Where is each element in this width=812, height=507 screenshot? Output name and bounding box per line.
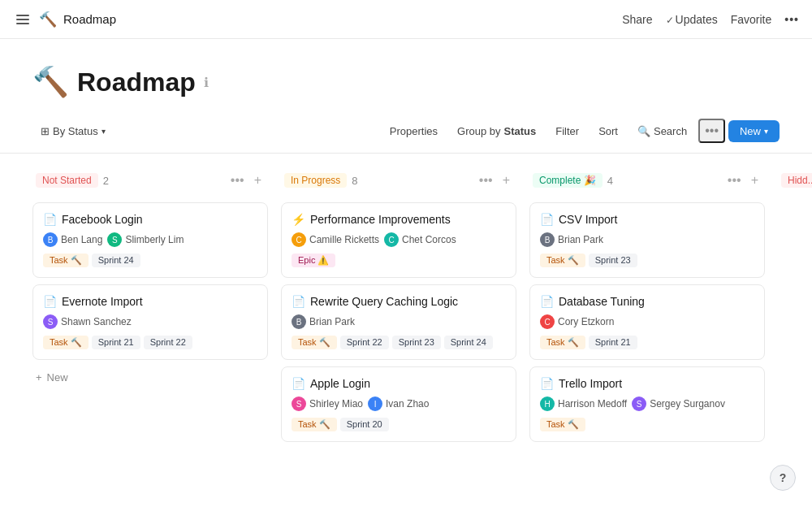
card-tag: Sprint 23 [589, 254, 637, 267]
avatar: B [43, 232, 58, 247]
check-icon: ✓ [666, 15, 674, 26]
card-title: 📄Trello Import [540, 377, 754, 390]
avatar: S [292, 396, 306, 411]
assignee-name: Camille Ricketts [309, 234, 379, 245]
assignee: SSlimberly Lim [107, 232, 184, 247]
card-title-text: Trello Import [559, 377, 622, 390]
card-tag: Task 🔨 [43, 254, 89, 267]
top-nav: 🔨 Roadmap Share ✓Updates Favorite ••• [0, 0, 812, 39]
card-tags: Epic ⚠️ [292, 254, 506, 267]
card-title: 📄Database Tuning [540, 295, 754, 308]
card-not-started-0[interactable]: 📄Facebook LoginBBen LangSSlimberly LimTa… [32, 202, 268, 278]
search-button[interactable]: 🔍 Search [629, 121, 695, 141]
assignee: CChet Corcos [384, 232, 456, 247]
column-add-button-not-started[interactable]: + [251, 171, 265, 189]
assignee-name: Ben Lang [61, 234, 102, 245]
card-doc-icon: 📄 [540, 213, 554, 226]
card-title: 📄Rewrite Query Caching Logic [292, 295, 506, 308]
more-options-button[interactable]: ••• [784, 13, 799, 26]
sort-button[interactable]: Sort [590, 121, 626, 141]
assignee: IIvan Zhao [368, 396, 429, 411]
card-complete-1[interactable]: 📄Database TuningCCory EtzkornTask 🔨Sprin… [529, 284, 765, 360]
status-badge-not-started: Not Started [36, 173, 98, 188]
assignee: SSergey Surganov [632, 396, 725, 411]
card-in-progress-1[interactable]: 📄Rewrite Query Caching LogicBBrian ParkT… [281, 284, 516, 360]
card-assignees: CCory Etzkorn [540, 314, 754, 329]
card-tag: Task 🔨 [43, 336, 89, 349]
toolbar-more-button[interactable]: ••• [698, 119, 725, 143]
toolbar: ⊞ By Status ▾ Properties Group by Status… [0, 112, 812, 154]
card-in-progress-0[interactable]: ⚡Performance ImprovementsCCamille Ricket… [281, 202, 516, 278]
card-title-text: Facebook Login [62, 213, 143, 226]
assignee-name: Brian Park [558, 234, 603, 245]
column-add-button-complete[interactable]: + [748, 171, 762, 189]
card-in-progress-2[interactable]: 📄Apple LoginSShirley MiaoIIvan ZhaoTask … [281, 366, 516, 442]
new-button[interactable]: New ▾ [728, 120, 780, 142]
assignee-name: Sergey Surganov [650, 398, 725, 410]
properties-button[interactable]: Properties [382, 121, 446, 141]
column-more-button-not-started[interactable]: ••• [227, 171, 248, 189]
card-tag: Sprint 20 [340, 418, 389, 431]
column-header-complete: Complete 🎉4•••+ [529, 167, 765, 194]
column-actions-not-started: •••+ [227, 171, 265, 189]
assignee-name: Harrison Medoff [558, 398, 627, 410]
card-assignees: BBrian Park [292, 314, 506, 329]
card-title: ⚡Performance Improvements [292, 213, 506, 226]
group-by-button[interactable]: Group by Status [449, 121, 544, 141]
favorite-button[interactable]: Favorite [731, 13, 772, 26]
assignee: SShawn Sanchez [43, 314, 132, 329]
card-not-started-1[interactable]: 📄Evernote ImportSShawn SanchezTask 🔨Spri… [32, 284, 268, 360]
board: Not Started2•••+📄Facebook LoginBBen Lang… [0, 154, 812, 507]
card-complete-2[interactable]: 📄Trello ImportHHarrison MedoffSSergey Su… [529, 366, 765, 442]
card-doc-icon: 📄 [540, 377, 554, 390]
page-header: 🔨 Roadmap ℹ [0, 39, 812, 112]
avatar: S [107, 232, 122, 247]
info-icon[interactable]: ℹ [204, 75, 209, 90]
assignee: HHarrison Medoff [540, 396, 627, 411]
card-tag: Task 🔨 [540, 254, 585, 267]
column-add-button-in-progress[interactable]: + [499, 171, 513, 189]
page-icon: 🔨 [32, 65, 69, 99]
card-assignees: SShawn Sanchez [43, 314, 257, 329]
status-badge-hidden: Hidd... [781, 173, 812, 188]
grid-icon: ⊞ [41, 125, 50, 137]
by-status-button[interactable]: ⊞ By Status ▾ [32, 121, 114, 141]
column-not-started: Not Started2•••+📄Facebook LoginBBen Lang… [32, 167, 268, 507]
card-tag: Sprint 21 [92, 336, 140, 349]
assignee-name: Cory Etzkorn [558, 316, 614, 327]
card-tags: Task 🔨Sprint 24 [43, 254, 257, 267]
card-tag: Sprint 21 [589, 336, 637, 349]
status-badge-complete: Complete 🎉 [533, 173, 603, 188]
avatar: S [43, 314, 58, 329]
nav-left: 🔨 Roadmap [13, 11, 116, 28]
card-assignees: BBen LangSSlimberly Lim [43, 232, 257, 247]
card-tag: Sprint 24 [444, 336, 493, 349]
plus-icon: + [36, 371, 42, 384]
card-assignees: BBrian Park [540, 232, 754, 247]
assignee-name: Ivan Zhao [386, 398, 429, 410]
card-tags: Task 🔨Sprint 21Sprint 22 [43, 336, 257, 349]
card-title-text: CSV Import [559, 213, 617, 226]
hamburger-menu[interactable] [13, 11, 32, 28]
avatar: I [368, 396, 382, 411]
filter-button[interactable]: Filter [547, 121, 587, 141]
add-new-card-button-not-started[interactable]: + New [32, 366, 268, 388]
column-more-button-in-progress[interactable]: ••• [476, 171, 496, 189]
help-button[interactable]: ? [770, 465, 796, 491]
updates-button[interactable]: ✓Updates [666, 13, 718, 26]
column-complete: Complete 🎉4•••+📄CSV ImportBBrian ParkTas… [529, 167, 765, 507]
column-in-progress: In Progress8•••+⚡Performance Improvement… [281, 167, 516, 507]
avatar: B [292, 314, 306, 329]
card-assignees: SShirley MiaoIIvan Zhao [292, 396, 506, 411]
avatar: H [540, 396, 555, 411]
column-actions-complete: •••+ [724, 171, 762, 189]
card-doc-icon: 📄 [540, 295, 554, 308]
column-more-button-complete[interactable]: ••• [724, 171, 745, 189]
share-button[interactable]: Share [622, 13, 652, 26]
card-assignees: HHarrison MedoffSSergey Surganov [540, 396, 754, 411]
column-header-not-started: Not Started2•••+ [32, 167, 268, 194]
card-title-text: Evernote Import [62, 295, 143, 308]
card-complete-0[interactable]: 📄CSV ImportBBrian ParkTask 🔨Sprint 23 [529, 202, 765, 278]
column-header-hidden: Hidd...•••+ [778, 167, 812, 194]
assignee-name: Shawn Sanchez [61, 316, 132, 327]
